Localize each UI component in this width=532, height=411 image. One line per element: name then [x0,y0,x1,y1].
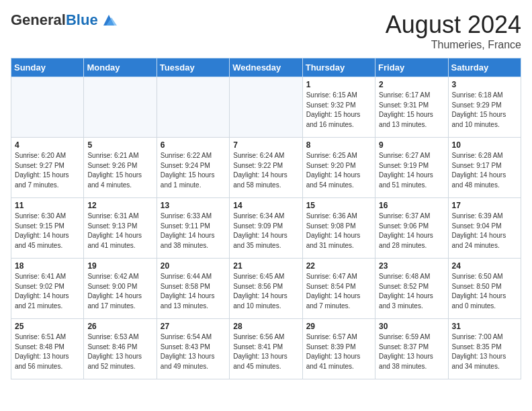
day-number: 9 [379,140,444,150]
day-number: 29 [306,322,371,331]
day-info: Sunrise: 6:42 AM Sunset: 9:00 PM Dayligh… [87,272,152,311]
day-info: Sunrise: 6:50 AM Sunset: 8:50 PM Dayligh… [452,272,517,311]
day-number: 24 [452,261,517,271]
calendar-cell: 16Sunrise: 6:37 AM Sunset: 9:06 PM Dayli… [375,198,448,259]
day-info: Sunrise: 6:30 AM Sunset: 9:15 PM Dayligh… [15,212,80,250]
day-number: 13 [161,201,226,210]
weekday-header-tuesday: Tuesday [157,58,229,77]
calendar-cell [84,77,157,138]
day-info: Sunrise: 6:51 AM Sunset: 8:48 PM Dayligh… [15,332,80,371]
day-number: 6 [161,140,226,150]
calendar-cell: 9Sunrise: 6:27 AM Sunset: 9:19 PM Daylig… [375,138,448,198]
day-info: Sunrise: 6:36 AM Sunset: 9:08 PM Dayligh… [306,212,371,250]
day-info: Sunrise: 6:41 AM Sunset: 9:02 PM Dayligh… [15,272,80,311]
calendar-week-row: 4Sunrise: 6:20 AM Sunset: 9:27 PM Daylig… [11,138,521,198]
day-info: Sunrise: 6:56 AM Sunset: 8:41 PM Dayligh… [233,332,298,371]
day-number: 22 [306,261,371,271]
title-block: August 2024 Thumeries, France [386,11,521,51]
day-number: 31 [452,322,517,331]
day-number: 3 [452,80,517,89]
calendar-cell: 13Sunrise: 6:33 AM Sunset: 9:11 PM Dayli… [157,198,229,259]
calendar-week-row: 1Sunrise: 6:15 AM Sunset: 9:32 PM Daylig… [11,77,521,138]
day-info: Sunrise: 6:21 AM Sunset: 9:26 PM Dayligh… [87,151,152,190]
day-number: 27 [161,322,226,331]
day-info: Sunrise: 6:22 AM Sunset: 9:24 PM Dayligh… [161,151,226,190]
weekday-header-sunday: Sunday [11,58,84,77]
day-number: 25 [15,322,80,331]
calendar-week-row: 25Sunrise: 6:51 AM Sunset: 8:48 PM Dayli… [11,319,521,379]
day-number: 11 [15,201,80,210]
calendar-cell: 2Sunrise: 6:17 AM Sunset: 9:31 PM Daylig… [375,77,448,138]
calendar-cell: 29Sunrise: 6:57 AM Sunset: 8:39 PM Dayli… [302,319,375,379]
day-info: Sunrise: 6:33 AM Sunset: 9:11 PM Dayligh… [161,212,226,250]
calendar-cell: 24Sunrise: 6:50 AM Sunset: 8:50 PM Dayli… [448,259,521,319]
day-info: Sunrise: 6:57 AM Sunset: 8:39 PM Dayligh… [306,332,371,371]
weekday-header-row: SundayMondayTuesdayWednesdayThursdayFrid… [11,58,521,77]
day-number: 19 [87,261,152,271]
calendar-cell: 4Sunrise: 6:20 AM Sunset: 9:27 PM Daylig… [11,138,84,198]
calendar-cell: 30Sunrise: 6:59 AM Sunset: 8:37 PM Dayli… [375,319,448,379]
logo-icon [99,11,118,30]
calendar-cell: 26Sunrise: 6:53 AM Sunset: 8:46 PM Dayli… [84,319,157,379]
day-info: Sunrise: 6:31 AM Sunset: 9:13 PM Dayligh… [87,212,152,250]
calendar-cell: 8Sunrise: 6:25 AM Sunset: 9:20 PM Daylig… [302,138,375,198]
calendar-cell: 14Sunrise: 6:34 AM Sunset: 9:09 PM Dayli… [230,198,302,259]
location-subtitle: Thumeries, France [386,39,521,51]
calendar-cell: 15Sunrise: 6:36 AM Sunset: 9:08 PM Dayli… [302,198,375,259]
day-number: 8 [306,140,371,150]
day-number: 2 [379,80,444,89]
calendar-cell: 10Sunrise: 6:28 AM Sunset: 9:17 PM Dayli… [448,138,521,198]
calendar-cell: 23Sunrise: 6:48 AM Sunset: 8:52 PM Dayli… [375,259,448,319]
day-info: Sunrise: 6:17 AM Sunset: 9:31 PM Dayligh… [379,91,444,130]
calendar-cell: 20Sunrise: 6:44 AM Sunset: 8:58 PM Dayli… [157,259,229,319]
calendar-cell [230,77,302,138]
calendar-cell: 27Sunrise: 6:54 AM Sunset: 8:43 PM Dayli… [157,319,229,379]
logo: GeneralBlue [11,11,118,30]
calendar-cell [157,77,229,138]
day-number: 18 [15,261,80,271]
day-info: Sunrise: 6:53 AM Sunset: 8:46 PM Dayligh… [87,332,152,371]
calendar-cell: 28Sunrise: 6:56 AM Sunset: 8:41 PM Dayli… [230,319,302,379]
day-info: Sunrise: 6:47 AM Sunset: 8:54 PM Dayligh… [306,272,371,311]
calendar-cell: 31Sunrise: 7:00 AM Sunset: 8:35 PM Dayli… [448,319,521,379]
calendar-cell: 17Sunrise: 6:39 AM Sunset: 9:04 PM Dayli… [448,198,521,259]
day-info: Sunrise: 6:44 AM Sunset: 8:58 PM Dayligh… [161,272,226,311]
day-info: Sunrise: 6:20 AM Sunset: 9:27 PM Dayligh… [15,151,80,190]
day-info: Sunrise: 6:28 AM Sunset: 9:17 PM Dayligh… [452,151,517,190]
weekday-header-saturday: Saturday [448,58,521,77]
month-title: August 2024 [386,11,521,39]
day-number: 5 [87,140,152,150]
day-number: 16 [379,201,444,210]
day-number: 30 [379,322,444,331]
calendar-cell: 5Sunrise: 6:21 AM Sunset: 9:26 PM Daylig… [84,138,157,198]
calendar-cell: 1Sunrise: 6:15 AM Sunset: 9:32 PM Daylig… [302,77,375,138]
calendar-week-row: 11Sunrise: 6:30 AM Sunset: 9:15 PM Dayli… [11,198,521,259]
day-info: Sunrise: 6:18 AM Sunset: 9:29 PM Dayligh… [452,91,517,130]
logo-blue: Blue [66,11,98,28]
calendar-cell: 7Sunrise: 6:24 AM Sunset: 9:22 PM Daylig… [230,138,302,198]
day-info: Sunrise: 6:15 AM Sunset: 9:32 PM Dayligh… [306,91,371,130]
day-info: Sunrise: 7:00 AM Sunset: 8:35 PM Dayligh… [452,332,517,371]
day-info: Sunrise: 6:48 AM Sunset: 8:52 PM Dayligh… [379,272,444,311]
calendar-cell: 12Sunrise: 6:31 AM Sunset: 9:13 PM Dayli… [84,198,157,259]
calendar-cell: 18Sunrise: 6:41 AM Sunset: 9:02 PM Dayli… [11,259,84,319]
calendar-cell: 3Sunrise: 6:18 AM Sunset: 9:29 PM Daylig… [448,77,521,138]
calendar-cell: 11Sunrise: 6:30 AM Sunset: 9:15 PM Dayli… [11,198,84,259]
calendar-cell: 25Sunrise: 6:51 AM Sunset: 8:48 PM Dayli… [11,319,84,379]
day-info: Sunrise: 6:37 AM Sunset: 9:06 PM Dayligh… [379,212,444,250]
weekday-header-friday: Friday [375,58,448,77]
day-info: Sunrise: 6:25 AM Sunset: 9:20 PM Dayligh… [306,151,371,190]
day-info: Sunrise: 6:59 AM Sunset: 8:37 PM Dayligh… [379,332,444,371]
day-info: Sunrise: 6:34 AM Sunset: 9:09 PM Dayligh… [233,212,298,250]
day-number: 7 [233,140,298,150]
weekday-header-monday: Monday [84,58,157,77]
calendar-cell: 21Sunrise: 6:45 AM Sunset: 8:56 PM Dayli… [230,259,302,319]
day-number: 17 [452,201,517,210]
calendar-cell: 22Sunrise: 6:47 AM Sunset: 8:54 PM Dayli… [302,259,375,319]
calendar-table: SundayMondayTuesdayWednesdayThursdayFrid… [11,58,521,379]
day-number: 21 [233,261,298,271]
day-info: Sunrise: 6:24 AM Sunset: 9:22 PM Dayligh… [233,151,298,190]
day-info: Sunrise: 6:39 AM Sunset: 9:04 PM Dayligh… [452,212,517,250]
day-number: 1 [306,80,371,89]
logo-general: General [11,11,66,28]
